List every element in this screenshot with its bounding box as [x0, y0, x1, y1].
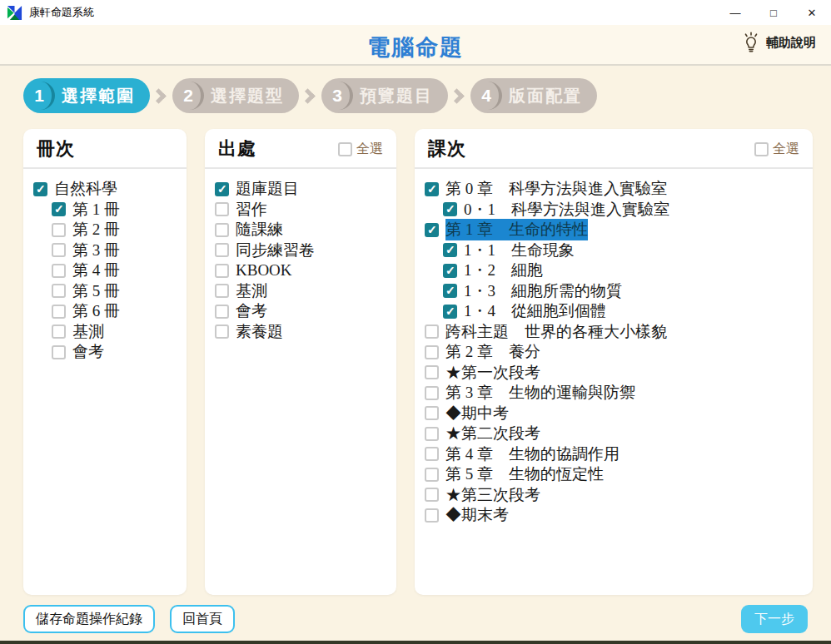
checkbox[interactable]	[215, 182, 229, 196]
checkbox[interactable]	[52, 305, 66, 319]
volume-item[interactable]: 第 3 冊	[27, 240, 182, 261]
checkbox[interactable]	[443, 202, 457, 216]
source-item[interactable]: 題庫題目	[208, 179, 391, 200]
item-label: 習作	[236, 199, 267, 220]
item-label: 基測	[236, 280, 267, 302]
volume-item[interactable]: 第 5 冊	[27, 281, 182, 302]
volume-item[interactable]: 自然科學	[27, 179, 182, 200]
select-all-label: 全選	[356, 141, 383, 158]
item-label: 1・1 生命現象	[464, 240, 575, 261]
lesson-select-all[interactable]: 全選	[754, 141, 799, 158]
select-all-checkbox[interactable]	[754, 142, 769, 156]
checkbox[interactable]	[215, 305, 229, 319]
lesson-item[interactable]: ◆期中考	[418, 404, 808, 424]
checkbox[interactable]	[425, 427, 439, 441]
checkbox[interactable]	[425, 447, 439, 461]
lesson-item[interactable]: 1・1 生命現象	[418, 240, 808, 261]
checkbox[interactable]	[52, 324, 66, 339]
panel-volume: 冊次 自然科學第 1 冊第 2 冊第 3 冊第 4 冊第 5 冊第 6 冊基測會…	[23, 129, 187, 595]
source-item[interactable]: 同步練習卷	[208, 240, 391, 261]
checkbox[interactable]	[215, 324, 229, 339]
item-label: 第 2 章 養分	[445, 341, 540, 363]
source-select-all[interactable]: 全選	[338, 141, 383, 158]
lesson-item[interactable]: 跨科主題 世界的各種大小樣貌	[418, 322, 808, 343]
checkbox[interactable]	[33, 182, 47, 196]
source-item[interactable]: 隨課練	[208, 220, 391, 240]
step-2[interactable]: 2選擇題型	[172, 78, 299, 113]
checkbox[interactable]	[443, 264, 457, 278]
lesson-item[interactable]: 第 2 章 養分	[418, 342, 808, 363]
checkbox[interactable]	[52, 345, 66, 359]
item-label: 第 5 章 生物的恆定性	[445, 463, 604, 485]
volume-item[interactable]: 基測	[27, 322, 182, 343]
select-all-checkbox[interactable]	[338, 142, 352, 156]
lesson-item[interactable]: 第 5 章 生物的恆定性	[418, 464, 808, 485]
checkbox[interactable]	[215, 223, 229, 237]
item-label: 1・4 從細胞到個體	[464, 300, 606, 322]
source-item[interactable]: KBOOK	[208, 260, 391, 281]
checkbox[interactable]	[215, 264, 229, 278]
step-label: 選擇題型	[211, 85, 284, 107]
lesson-item[interactable]: 第 3 章 生物的運輸與防禦	[418, 383, 808, 404]
checkbox[interactable]	[215, 243, 229, 257]
lesson-item[interactable]: 第 4 章 生物的協調作用	[418, 444, 808, 465]
lesson-item[interactable]: 1・3 細胞所需的物質	[418, 281, 808, 302]
panel-lesson: 課次 全選 第 0 章 科學方法與進入實驗室0・1 科學方法與進入實驗室第 1 …	[415, 129, 813, 595]
lesson-item[interactable]: 第 0 章 科學方法與進入實驗室	[418, 179, 808, 200]
step-3[interactable]: 3預覽題目	[321, 78, 448, 113]
checkbox[interactable]	[425, 345, 439, 359]
volume-item[interactable]: 會考	[27, 342, 182, 363]
checkbox[interactable]	[425, 468, 439, 482]
lesson-item[interactable]: ★第一次段考	[418, 363, 808, 384]
volume-item[interactable]: 第 2 冊	[27, 220, 182, 240]
checkbox[interactable]	[425, 365, 439, 379]
minimize-button[interactable]: —	[716, 0, 754, 25]
next-step-button[interactable]: 下一步	[741, 605, 808, 633]
checkbox[interactable]	[443, 305, 457, 319]
lesson-item[interactable]: ★第二次段考	[418, 424, 808, 444]
source-item[interactable]: 基測	[208, 281, 391, 302]
maximize-button[interactable]: □	[754, 0, 793, 25]
checkbox[interactable]	[52, 243, 66, 257]
item-label: 第 4 冊	[72, 260, 120, 281]
checkbox[interactable]	[52, 223, 66, 237]
step-number: 3	[325, 82, 353, 110]
step-label: 選擇範圍	[62, 85, 135, 107]
step-4[interactable]: 4版面配置	[470, 78, 597, 113]
lesson-item[interactable]: ★第三次段考	[418, 485, 808, 506]
checkbox[interactable]	[425, 488, 439, 502]
checkbox[interactable]	[215, 202, 229, 216]
lesson-item[interactable]: 第 1 章 生命的特性	[418, 220, 808, 240]
item-label: ★第二次段考	[445, 423, 540, 444]
checkbox[interactable]	[443, 284, 457, 298]
save-record-button[interactable]: 儲存命題操作紀錄	[23, 605, 155, 633]
close-button[interactable]: ✕	[793, 0, 831, 25]
checkbox[interactable]	[425, 508, 439, 523]
checkbox[interactable]	[52, 202, 66, 216]
volume-item[interactable]: 第 4 冊	[27, 260, 182, 281]
checkbox[interactable]	[215, 284, 229, 298]
checkbox[interactable]	[425, 182, 439, 196]
volume-item[interactable]: 第 1 冊	[27, 200, 182, 220]
lesson-item[interactable]: 1・2 細胞	[418, 260, 808, 281]
lesson-item[interactable]: ◆期末考	[418, 505, 808, 526]
checkbox[interactable]	[443, 243, 457, 257]
checkbox[interactable]	[425, 324, 439, 339]
item-label: KBOOK	[236, 261, 292, 280]
lesson-item[interactable]: 0・1 科學方法與進入實驗室	[418, 200, 808, 220]
checkbox[interactable]	[52, 284, 66, 298]
home-button[interactable]: 回首頁	[170, 605, 235, 633]
source-item[interactable]: 素養題	[208, 322, 391, 343]
source-item[interactable]: 習作	[208, 200, 391, 220]
source-item[interactable]: 會考	[208, 301, 391, 322]
step-1[interactable]: 1選擇範圍	[23, 78, 150, 113]
checkbox[interactable]	[425, 386, 439, 400]
lesson-item[interactable]: 1・4 從細胞到個體	[418, 301, 808, 322]
volume-item[interactable]: 第 6 冊	[27, 301, 182, 322]
checkbox[interactable]	[425, 406, 439, 420]
title-bar: 康軒命題系統 — □ ✕	[0, 0, 831, 25]
checkbox[interactable]	[425, 223, 439, 237]
help-button[interactable]: 輔助說明	[741, 32, 816, 53]
page-title: 電腦命題	[0, 32, 831, 62]
checkbox[interactable]	[52, 264, 66, 278]
